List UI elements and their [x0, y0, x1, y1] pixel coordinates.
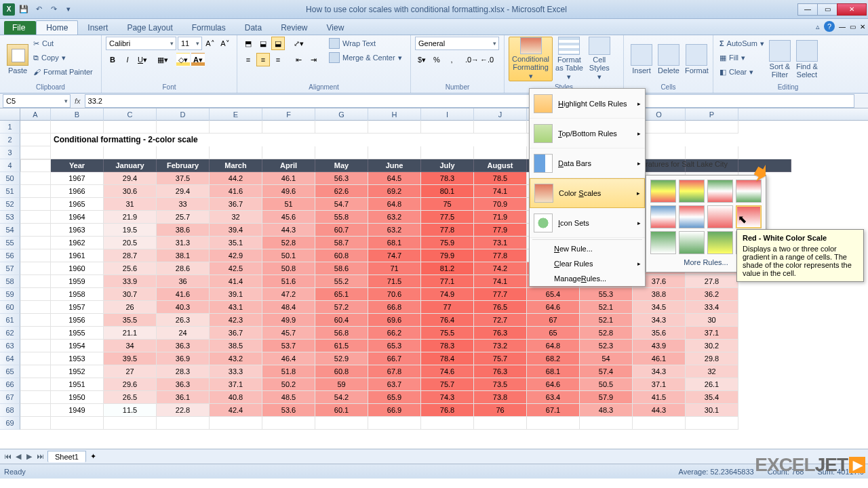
tab-page-layout[interactable]: Page Layout [117, 21, 182, 35]
window-title: How to use color scales with conditional… [75, 5, 798, 14]
conditional-formatting-button[interactable]: Conditional Formatting▾ [509, 37, 553, 81]
format-painter-button[interactable]: 🖌Format Painter [31, 65, 95, 79]
bold-button[interactable]: B [106, 53, 119, 66]
clear-button[interactable]: ◧Clear ▾ [717, 65, 766, 79]
excel-icon: X [3, 3, 15, 16]
minimize-button[interactable]: — [797, 3, 818, 16]
brush-icon: 🖌 [33, 68, 41, 76]
minimize-ribbon-icon[interactable]: ▵ [816, 22, 820, 31]
number-format-combo[interactable]: General [415, 37, 499, 50]
menu-data-bars[interactable]: Data Bars▸ [530, 148, 645, 178]
menu-manage-rules[interactable]: Manage Rules... [530, 271, 645, 286]
decrease-indent-icon[interactable]: ⇤ [292, 53, 305, 66]
workbook-restore-icon[interactable]: ▭ [850, 23, 856, 30]
italic-button[interactable]: I [121, 53, 134, 66]
scale-wr[interactable] [707, 205, 733, 228]
font-color-button[interactable]: A▾ [191, 53, 205, 66]
tab-insert[interactable]: Insert [78, 21, 117, 35]
merge-icon [329, 52, 340, 63]
decrease-decimal-icon[interactable]: ←.0 [480, 53, 494, 66]
close-button[interactable]: ✕ [837, 3, 867, 16]
orientation-icon[interactable]: ⤢▾ [292, 37, 305, 50]
cell-styles-button[interactable]: Cell Styles▾ [586, 37, 613, 81]
scale-gwr[interactable] [707, 180, 733, 203]
copy-button[interactable]: ⧉Copy ▾ [31, 51, 95, 64]
tab-view[interactable]: View [317, 21, 354, 35]
format-cells-button[interactable]: Format [682, 37, 711, 81]
align-top-icon[interactable]: ⬒ [241, 37, 255, 50]
currency-icon[interactable]: $▾ [415, 53, 429, 66]
status-average: Average: 52.23645833 [679, 468, 754, 476]
merge-center-button[interactable]: Merge & Center ▾ [327, 51, 404, 64]
sheet-nav-next-icon[interactable]: ▶ [24, 452, 34, 461]
sheet-nav-last-icon[interactable]: ⏭ [35, 452, 45, 461]
fx-icon[interactable]: fx [75, 97, 81, 105]
underline-button[interactable]: U▾ [136, 53, 149, 66]
ribbon: Paste ✂Cut ⧉Copy ▾ 🖌Format Painter Clipb… [0, 35, 868, 94]
menu-top-bottom-rules[interactable]: Top/Bottom Rules▸ [530, 119, 645, 148]
increase-indent-icon[interactable]: ⇥ [307, 53, 320, 66]
insert-cells-button[interactable]: Insert [628, 37, 655, 81]
menu-highlight-cells-rules[interactable]: Highlight Cells Rules▸ [530, 89, 645, 119]
name-box[interactable]: C5 [3, 94, 71, 108]
scale-gy[interactable] [707, 231, 733, 254]
new-sheet-icon[interactable]: ✦ [90, 452, 96, 461]
copy-icon: ⧉ [33, 54, 39, 62]
find-select-button[interactable]: Find & Select [793, 37, 821, 81]
font-size-combo[interactable]: 11 [178, 37, 202, 50]
align-left-icon[interactable]: ≡ [241, 53, 255, 66]
workbook-minimize-icon[interactable]: — [839, 23, 846, 30]
sort-filter-button[interactable]: Sort & Filter [766, 37, 793, 81]
increase-decimal-icon[interactable]: .0→ [465, 53, 479, 66]
sheet-nav-first-icon[interactable]: ⏮ [3, 452, 12, 461]
comma-icon[interactable]: , [445, 53, 458, 66]
paste-button[interactable]: Paste [4, 37, 31, 81]
tab-home[interactable]: Home [36, 20, 78, 35]
menu-new-rule[interactable]: New Rule... [530, 241, 645, 256]
menu-clear-rules[interactable]: Clear Rules▸ [530, 256, 645, 271]
delete-cells-button[interactable]: Delete [655, 37, 682, 81]
wrap-text-button[interactable]: Wrap Text [327, 37, 404, 50]
autosum-button[interactable]: Σ AutoSum ▾ [717, 37, 766, 50]
save-icon[interactable]: 💾 [18, 3, 30, 16]
formula-input[interactable]: 33.2 [85, 94, 854, 108]
redo-icon[interactable]: ↷ [47, 3, 60, 16]
decrease-font-icon[interactable]: A˅ [218, 37, 232, 50]
menu-icon-sets[interactable]: Icon Sets▸ [530, 208, 645, 238]
border-button[interactable]: ▦▾ [156, 53, 170, 66]
percent-icon[interactable]: % [430, 53, 443, 66]
sheet-nav-prev-icon[interactable]: ◀ [14, 452, 23, 461]
undo-icon[interactable]: ↶ [33, 3, 45, 16]
tab-file[interactable]: File [4, 21, 36, 35]
window-controls: — ▭ ✕ [798, 3, 867, 16]
align-center-icon[interactable]: ≡ [256, 53, 270, 66]
scale-rwb[interactable] [679, 205, 705, 228]
align-middle-icon[interactable]: ⬓ [256, 37, 270, 50]
tab-review[interactable]: Review [271, 21, 317, 35]
qat-dropdown-icon[interactable]: ▾ [62, 3, 75, 16]
workbook-close-icon[interactable]: ✕ [860, 23, 865, 30]
align-bottom-icon[interactable]: ⬓ [271, 37, 285, 50]
tooltip-body: Displays a two or three color gradient i… [743, 245, 852, 277]
scale-ryg[interactable] [679, 180, 705, 203]
tab-data[interactable]: Data [235, 21, 271, 35]
cut-button[interactable]: ✂Cut [31, 37, 95, 50]
align-right-icon[interactable]: ≡ [271, 53, 285, 66]
scale-gw[interactable] [650, 231, 676, 254]
maximize-button[interactable]: ▭ [817, 3, 837, 16]
menu-color-scales[interactable]: Color Scales▸ [530, 178, 645, 208]
increase-font-icon[interactable]: A˄ [203, 37, 217, 50]
tab-formulas[interactable]: Formulas [182, 21, 235, 35]
fill-button[interactable]: ▦Fill ▾ [717, 51, 766, 64]
eraser-icon: ◧ [719, 68, 726, 77]
help-icon[interactable]: ? [824, 21, 835, 32]
sheet-tab[interactable]: Sheet1 [47, 451, 86, 462]
format-as-table-button[interactable]: Format as Table▾ [553, 37, 586, 81]
font-name-combo[interactable]: Calibri [106, 37, 176, 50]
scale-wg[interactable] [679, 231, 705, 254]
iconsets-icon [534, 214, 553, 232]
scale-gyr[interactable] [650, 180, 676, 203]
fill-color-button[interactable]: ◇▾ [176, 53, 190, 66]
scale-bwr[interactable] [650, 205, 676, 228]
colorscales-icon [534, 184, 553, 203]
